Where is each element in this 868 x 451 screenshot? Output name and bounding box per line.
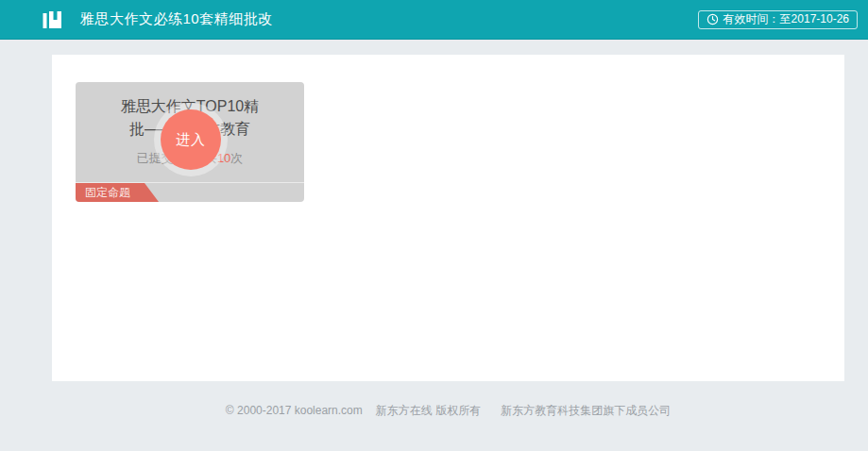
- content-panel: 雅思大作文TOP10精 批——新东方教育 已提交0次，共10次 固定命题 进入: [52, 55, 844, 381]
- page-title: 雅思大作文必练10套精细批改: [80, 10, 273, 28]
- footer-copyright: © 2000-2017 koolearn.com: [226, 404, 363, 417]
- validity-label: 有效时间：至2017-10-26: [723, 11, 849, 27]
- course-card[interactable]: 雅思大作文TOP10精 批——新东方教育 已提交0次，共10次 固定命题 进入: [76, 82, 304, 202]
- enter-button[interactable]: 进入: [161, 109, 221, 170]
- submit-suffix: 次: [230, 151, 243, 165]
- app-header: 雅思大作文必练10套精细批改 有效时间：至2017-10-26: [0, 0, 868, 40]
- submit-count: 10: [217, 151, 230, 165]
- footer-rights: 新东方在线 版权所有: [376, 404, 481, 417]
- clock-icon: [706, 13, 719, 25]
- fixed-topic-tag: 固定命题: [76, 183, 159, 202]
- footer-group: 新东方教育科技集团旗下成员公司: [501, 404, 671, 417]
- page-footer: © 2000-2017 koolearn.com新东方在线 版权所有新东方教育科…: [52, 403, 844, 419]
- validity-badge: 有效时间：至2017-10-26: [698, 10, 858, 29]
- book-icon: [42, 9, 62, 30]
